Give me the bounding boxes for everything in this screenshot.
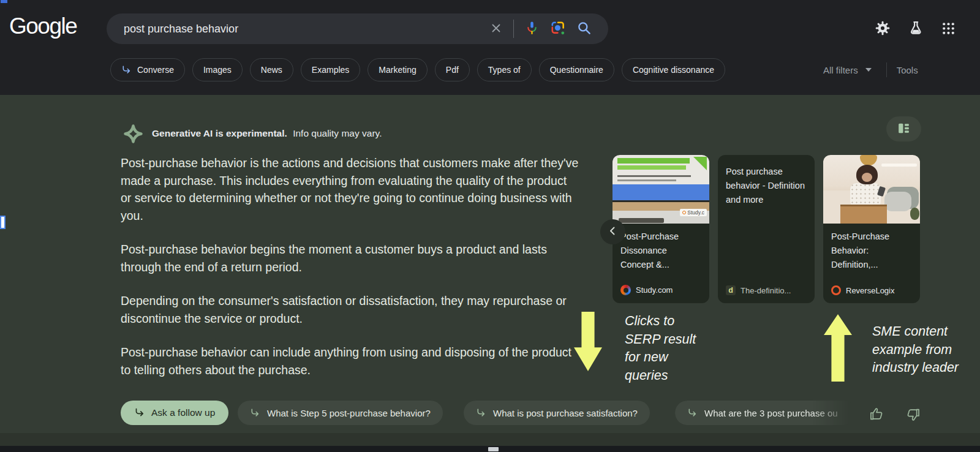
card-source-label: Study.com — [636, 285, 673, 295]
card-source-label: ReverseLogix — [846, 286, 895, 295]
study-com-favicon — [620, 285, 631, 295]
suggestion-label: What is post purchase satisfaction? — [493, 408, 638, 418]
chip-label: Marketing — [379, 65, 416, 75]
thumb-green-bar — [617, 158, 690, 164]
chip-label: Converse — [137, 65, 174, 75]
watermark-logo-dot — [682, 211, 686, 214]
search-submit-button[interactable] — [576, 20, 592, 38]
microphone-icon — [524, 20, 540, 37]
chevron-left-icon — [607, 225, 619, 239]
thumbs-down-button[interactable] — [905, 406, 921, 424]
annotation-text-sme: SME content example from industry leader — [872, 323, 959, 377]
answer-paragraph: Depending on the consumer's satisfaction… — [121, 292, 579, 327]
all-filters-button[interactable]: All filters — [823, 65, 858, 75]
sge-disclaimer: Generative AI is experimental. Info qual… — [152, 128, 382, 139]
suggestion-chip[interactable]: What is post purchase satisfaction? — [464, 401, 650, 425]
top-bar: Google post purchase behavior — [0, 0, 980, 95]
filter-chip-cognitive-dissonance[interactable]: Cognitive dissonance — [622, 58, 725, 81]
voice-search-button[interactable] — [524, 20, 540, 37]
filter-chip-news[interactable]: News — [250, 58, 293, 81]
view-toggle-button[interactable] — [886, 116, 921, 141]
gear-icon — [875, 20, 891, 38]
annotation-arrow-up — [824, 314, 852, 382]
reply-arrow-icon — [250, 408, 260, 418]
chip-label: Images — [203, 65, 232, 75]
suggestion-chip[interactable]: What is Step 5 post-purchase behavior? — [238, 401, 443, 425]
ask-follow-up-button[interactable]: Ask a follow up — [121, 401, 228, 425]
thumbs-down-icon — [905, 415, 921, 424]
lens-search-button[interactable] — [550, 20, 566, 38]
labs-button[interactable] — [908, 20, 924, 38]
clear-search-button[interactable] — [489, 21, 503, 37]
annotation-text-clicks: Clicks to SERP result for new queries — [625, 312, 696, 385]
photo-cardboard-box — [840, 205, 887, 224]
search-divider — [513, 20, 514, 38]
the-definition-favicon: d — [726, 285, 736, 295]
thumb-green-corner — [693, 157, 707, 170]
photo-basket — [860, 155, 877, 165]
suggestion-label: What is Step 5 post-purchase behavior? — [267, 408, 431, 418]
card-title: Post purchase behavior - Definition and … — [726, 165, 807, 207]
photo-shelf — [881, 164, 917, 167]
flask-icon — [908, 20, 924, 38]
card-title: Post-Purchase Dissonance Concept &... — [620, 230, 701, 272]
watermark-text: Study.c — [687, 209, 704, 216]
settings-button[interactable] — [875, 20, 891, 38]
google-serp-page: Google post purchase behavior — [0, 0, 980, 452]
search-query-text: post purchase behavior — [124, 23, 489, 36]
apps-menu-button[interactable] — [941, 21, 956, 38]
filter-chip-pdf[interactable]: Pdf — [435, 58, 470, 81]
thumb-blue-band — [612, 184, 709, 200]
reply-arrow-icon — [134, 407, 145, 418]
card-thumbnail-photo — [823, 155, 920, 224]
thumb-caption-smudge — [619, 218, 664, 223]
panel-bottom-shade — [0, 433, 980, 446]
filter-chips-row: Converse Images News Examples Marketing … — [110, 58, 725, 81]
photo-person-face — [862, 173, 872, 182]
carousel-prev-button[interactable] — [600, 219, 625, 244]
scrollbar-handle[interactable] — [488, 447, 499, 451]
chip-label: News — [261, 65, 282, 75]
chip-label: Questionnaire — [550, 65, 603, 75]
reply-arrow-icon — [476, 408, 486, 418]
photo-person-blouse — [850, 183, 881, 208]
search-icon — [576, 20, 592, 38]
card-thumbnail-illustration: Study.c — [612, 155, 709, 224]
reply-arrow-icon — [121, 65, 132, 75]
filter-chip-marketing[interactable]: Marketing — [368, 58, 427, 81]
filters-divider — [886, 62, 887, 77]
filter-chip-converse[interactable]: Converse — [110, 58, 185, 81]
result-card[interactable]: Study.c Post-Purchase Dissonance Concept… — [612, 155, 709, 303]
filter-chip-questionnaire[interactable]: Questionnaire — [539, 58, 614, 81]
thumb-green-bar — [617, 165, 686, 170]
chip-label: Pdf — [446, 65, 459, 75]
thumb-text-line — [617, 175, 691, 177]
filter-chip-images[interactable]: Images — [192, 58, 243, 81]
result-card[interactable]: Post purchase behavior - Definition and … — [718, 155, 815, 303]
thumb-watermark-badge: Study.c — [680, 209, 707, 216]
chip-label: Cognitive dissonance — [633, 65, 714, 75]
tools-button[interactable]: Tools — [897, 65, 918, 75]
suggestion-chip[interactable]: What are the 3 post purchase ou — [675, 401, 856, 425]
chip-label: Examples — [312, 65, 349, 75]
reverselogix-favicon — [831, 285, 841, 295]
thumb-text-line — [617, 179, 676, 181]
sge-sparkle-icon — [124, 124, 143, 146]
apps-grid-icon — [941, 21, 956, 38]
result-card[interactable]: Post-Purchase Behavior: Definition,... R… — [823, 155, 920, 303]
card-title: Post-Purchase Behavior: Definition,... — [831, 230, 912, 272]
reply-arrow-icon — [687, 408, 698, 418]
thumbs-up-button[interactable] — [869, 406, 885, 424]
close-icon — [489, 21, 503, 37]
photo-pillow — [884, 192, 911, 211]
search-input[interactable]: post purchase behavior — [107, 13, 608, 44]
answer-paragraph: Post-purchase behavior begins the moment… — [121, 241, 579, 276]
ask-follow-up-label: Ask a follow up — [151, 407, 215, 418]
filter-chip-examples[interactable]: Examples — [301, 58, 360, 81]
bottom-edge-strip — [0, 446, 980, 452]
thumbs-up-icon — [869, 415, 885, 424]
chevron-down-icon — [865, 68, 872, 72]
column-list-icon — [896, 121, 911, 138]
filter-chip-types-of[interactable]: Types of — [477, 58, 532, 81]
disclaimer-rest-text: Info quality may vary. — [293, 128, 382, 138]
